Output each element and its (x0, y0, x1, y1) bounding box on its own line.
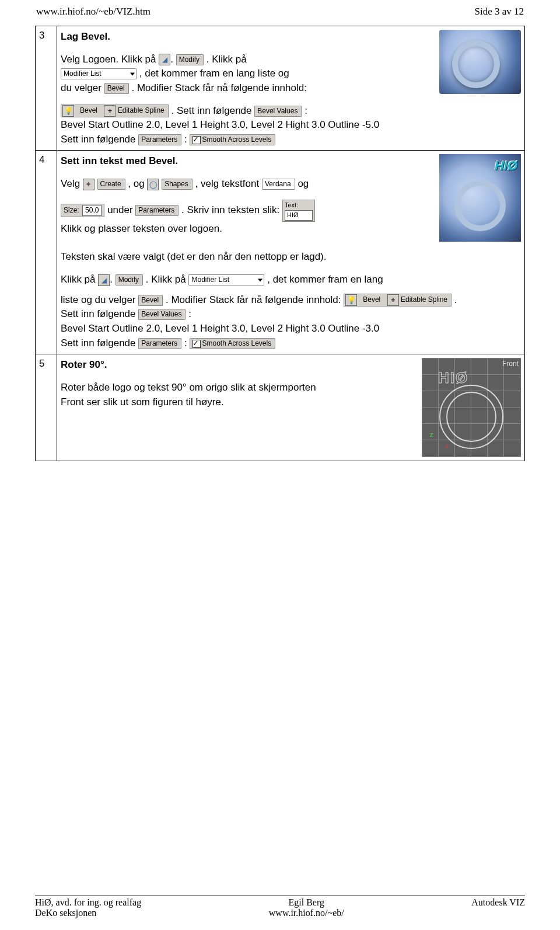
viewport-label: Front (502, 359, 519, 369)
modify-chip: Modify (176, 54, 204, 65)
text: , og (128, 178, 147, 189)
bevel-values-chip: Bevel Values (254, 106, 302, 117)
text: Sett inn følgende (61, 134, 138, 145)
parameters-chip: Parameters (138, 134, 181, 145)
verdana-chip: Verdana (262, 179, 295, 190)
shapes-chip: Shapes (162, 179, 192, 190)
parameters-chip: Parameters (138, 338, 181, 349)
create-chip: Create (97, 179, 125, 190)
hio-text-label: HIØ (495, 156, 517, 175)
thumbnail-hio-3d: HIØ (439, 154, 521, 242)
smooth-chip: Smooth Across Levels (190, 338, 275, 349)
text: Sett inn følgende (61, 337, 138, 349)
step-content: Sett inn tekst med Bevel. Velg Create , … (57, 151, 525, 354)
text: . Klikk på (206, 54, 247, 65)
smooth-chip: Smooth Across Levels (190, 134, 275, 145)
bulb-icon (345, 294, 357, 306)
page: www.ir.hiof.no/~eb/VIZ.htm Side 3 av 12 … (0, 0, 560, 930)
text-value: HIØ (285, 210, 313, 221)
stack-spline: Editable Spline (401, 295, 447, 304)
text: , det kommer fram en lang (267, 274, 383, 285)
text: . Skriv inn teksten slik: (181, 204, 282, 215)
modifier-stack: Bevel Editable Spline (344, 294, 452, 306)
header-page: Side 3 av 12 (474, 6, 524, 18)
text: Roter både logo og tekst 90° om origo sl… (61, 381, 335, 409)
table-row: 4 Sett inn tekst med Bevel. Velg Create … (36, 151, 525, 354)
text: liste og du velger (61, 294, 138, 305)
plus-icon (104, 105, 116, 117)
steps-table: 3 Lag Bevel. Velg Logoen. Klikk på . Mod… (35, 26, 525, 461)
text: : (184, 337, 190, 349)
text: og (298, 178, 309, 189)
step-number: 5 (36, 354, 57, 461)
text: . (454, 294, 457, 305)
text: Klikk på (61, 274, 98, 285)
text: Sett inn følgende (61, 308, 138, 319)
checkbox-checked-icon (192, 340, 201, 348)
thumbnail-front-viewport: Front HIØ z x (422, 358, 521, 457)
text: Velg (61, 178, 83, 189)
text: , velg tekstfont (195, 178, 262, 189)
text-label: Text: (285, 201, 298, 208)
bevel-chip: Bevel (104, 83, 129, 94)
table-row: 5 Roter 90°. Roter både logo og tekst 90… (36, 354, 525, 461)
size-value: 50,0 (82, 205, 102, 216)
plus-icon (387, 294, 399, 306)
text: Teksten skal være valgt (det er den når … (61, 250, 521, 264)
thumbnail-logo-3d (439, 30, 521, 94)
text: Klikk og plasser teksten over logoen. (61, 222, 435, 236)
text: . Sett inn følgende (172, 105, 255, 116)
step-title: Roter 90°. (61, 358, 417, 372)
text: Bevel Start Outline 2.0, Level 1 Height … (61, 118, 435, 133)
step-number: 3 (36, 26, 57, 151)
page-footer: HiØ, avd. for ing. og realfag DeKo seksj… (35, 896, 525, 918)
wire-circle-icon (446, 392, 496, 442)
axis-x-label: x (445, 442, 449, 451)
text: Bevel Start Outline 2.0, Level 1 Height … (61, 322, 521, 336)
header-url: www.ir.hiof.no/~eb/VIZ.htm (36, 6, 150, 18)
text: : (304, 105, 307, 116)
parameters-chip: Parameters (135, 205, 178, 216)
size-label: Size: (64, 206, 79, 214)
modifier-list-dropdown: Modifier List (188, 274, 264, 285)
modify-chip: Modify (116, 274, 143, 285)
footer-center: Egil Berg www.ir.hiof.no/~eb/ (269, 897, 344, 918)
axis-z-label: z (430, 430, 433, 440)
size-input: Size: 50,0 (61, 204, 104, 217)
step-title: Sett inn tekst med Bevel. (61, 154, 435, 169)
stack-spline: Editable Spline (118, 106, 164, 114)
text: . Modifier Stack får nå følgende innhold… (131, 82, 307, 93)
modify-icon (159, 54, 170, 65)
step-number: 4 (36, 151, 57, 354)
footer-left: HiØ, avd. for ing. og realfag DeKo seksj… (35, 897, 141, 918)
modifier-stack: Bevel Editable Spline (61, 105, 169, 117)
text: , det kommer fram en lang liste og (139, 68, 289, 79)
text: du velger (61, 82, 104, 93)
bulb-icon (62, 105, 74, 117)
footer-right: Autodesk VIZ (471, 897, 525, 918)
text-input: Text: HIØ (282, 200, 315, 222)
create-icon (83, 179, 94, 190)
checkbox-checked-icon (192, 136, 201, 144)
modifier-list-dropdown: Modifier List (61, 68, 136, 79)
page-header: www.ir.hiof.no/~eb/VIZ.htm Side 3 av 12 (35, 6, 525, 18)
text: : (184, 134, 190, 145)
step-content: Lag Bevel. Velg Logoen. Klikk på . Modif… (57, 26, 525, 151)
table-row: 3 Lag Bevel. Velg Logoen. Klikk på . Mod… (36, 26, 525, 151)
stack-bevel: Bevel (363, 295, 380, 304)
stack-bevel: Bevel (80, 106, 97, 114)
text: Velg Logoen. Klikk på (61, 54, 159, 65)
text: . Modifier Stack får nå følgende innhold… (166, 294, 344, 305)
step-content: Roter 90°. Roter både logo og tekst 90° … (57, 354, 525, 461)
text: under (107, 204, 135, 215)
modify-icon (98, 274, 110, 286)
text: . Klikk på (146, 274, 189, 285)
shapes-icon (147, 179, 159, 190)
bevel-values-chip: Bevel Values (138, 309, 186, 320)
step-title: Lag Bevel. (61, 30, 435, 44)
bevel-chip: Bevel (138, 295, 163, 306)
text: : (188, 308, 191, 319)
